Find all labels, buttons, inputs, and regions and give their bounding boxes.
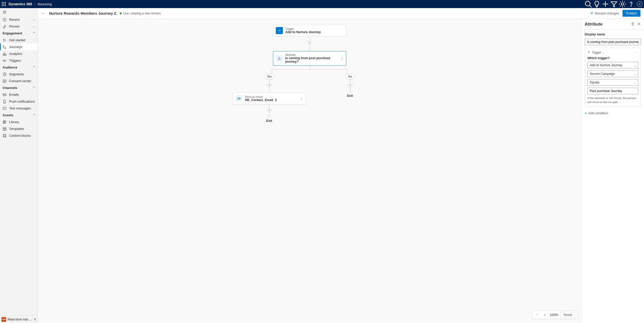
sidebar-item-journeys[interactable]: Journeys [0,43,38,50]
svg-rect-4 [3,4,4,4]
app-launcher-icon[interactable] [2,2,6,6]
module-label[interactable]: Marketing [37,2,52,6]
sidebar-group-assets[interactable]: Assets ⌃ [0,112,38,119]
condition-box: Trigger ⌄ ⋯ Which trigger? Add to Nurtur… [585,48,641,107]
sidebar-item-label: Segments [9,72,24,76]
sidebar-item-consent-center[interactable]: Consent center [0,78,38,84]
sidebar-item-emails[interactable]: Emails [0,91,38,98]
exit-label: Exit [266,119,272,123]
trigger-card[interactable]: Trigger Add to Nurture Journey [273,25,346,36]
clock-icon [3,18,7,22]
add-condition-button[interactable]: + Add condition [585,111,641,115]
which-trigger-label: Which trigger? [587,56,638,60]
group-label: Audience [3,65,17,69]
bolt-icon [587,51,590,54]
card-type: Send an email [245,95,277,98]
svg-rect-35 [3,129,4,130]
branch-yes-label[interactable]: Yes [264,74,275,79]
branch-no-label[interactable]: No [345,74,355,79]
gear-icon[interactable] [619,0,626,8]
divider [35,2,35,6]
mail-icon [235,95,242,102]
delete-icon[interactable] [631,22,635,27]
sidebar-item-label: Triggers [9,59,21,62]
filter-icon[interactable] [610,0,618,8]
updown-icon: ⇅ [34,318,36,321]
publish-button[interactable]: Publish [623,10,640,17]
svg-line-10 [590,6,592,8]
svg-rect-23 [3,54,4,55]
journey-icon [3,45,7,49]
sidebar-item-templates[interactable]: Templates [0,125,38,132]
display-name-input[interactable] [585,39,641,45]
add-step-button[interactable]: + [348,82,353,87]
properties-panel: Attribute Display name Trigger [581,19,644,323]
card-title: Add to Nurture Journey [285,30,321,34]
sidebar-item-sms[interactable]: Text messages [0,105,38,112]
zoom-out-button[interactable]: − [535,312,540,317]
lightbulb-icon[interactable] [593,0,601,8]
blocks-icon [3,134,7,138]
sidebar-item-triggers[interactable]: Triggers [0,57,38,64]
chevron-down-icon[interactable]: ⌄ [603,51,605,54]
help-icon[interactable] [627,0,635,8]
svg-rect-8 [5,5,6,6]
more-icon[interactable]: ⋮ [299,97,304,101]
area-switcher[interactable]: RM Real-time marketi... ⇅ [0,315,38,323]
discard-label: Discard changes [595,11,619,15]
panel-title: Attribute [585,22,603,27]
close-icon: ✕ [590,11,593,15]
brand-label[interactable]: Dynamics 365 [9,2,32,6]
more-icon[interactable]: ⋯ [635,51,638,54]
sidebar-item-get-started[interactable]: Get started [0,37,38,43]
email-card[interactable]: Send an email HK_Contact_Email_3 ⋮ [233,93,306,104]
value-input[interactable] [587,88,638,94]
zoom-in-button[interactable]: + [542,312,547,317]
field-select[interactable]: Source Campaign⌄ [587,71,638,77]
sidebar-group-channels[interactable]: Channels ⌃ [0,84,38,91]
which-trigger-select[interactable]: Add to Nurture Journey⌄ [587,62,638,68]
sidebar-item-label: Content blocks [9,134,31,137]
svg-rect-2 [5,2,6,3]
sidebar-item-push[interactable]: Push notifications [0,98,38,105]
chevron-up-icon: ⌃ [33,113,35,117]
page-title: Nurture Rewards Members Journey 2 [49,11,116,15]
search-icon[interactable] [584,0,592,8]
svg-rect-34 [3,127,6,128]
svg-rect-6 [2,5,3,6]
card-type: Trigger [285,27,321,30]
add-step-button[interactable]: + [267,82,272,87]
add-icon[interactable] [602,0,609,8]
sidebar-group-audience[interactable]: Audience ⌃ [0,64,38,71]
discard-changes-button[interactable]: ✕ Discard changes [590,11,619,15]
svg-rect-7 [3,5,4,6]
svg-point-22 [5,48,6,49]
sidebar-item-label: Library [9,120,19,124]
svg-rect-0 [2,2,3,3]
add-step-button[interactable]: + [307,40,312,45]
svg-rect-27 [3,80,6,82]
svg-point-21 [3,45,4,47]
chevron-down-icon: ⌄ [33,18,35,21]
journey-canvas[interactable]: Trigger Add to Nurture Journey + [38,19,581,323]
hamburger-icon[interactable] [0,8,38,16]
sidebar-item-label: Consent center [9,79,31,83]
svg-point-30 [4,102,5,103]
avatar[interactable]: # [637,1,642,7]
add-step-button[interactable]: + [267,107,272,112]
sidebar-item-analytics[interactable]: Analytics [0,50,38,57]
sidebar-pinned[interactable]: Pinned ⌄ [0,23,38,30]
sidebar-item-content-blocks[interactable]: Content blocks [0,132,38,139]
chevron-up-icon: ⌃ [33,32,35,35]
more-icon[interactable]: ⋮ [339,57,344,60]
sidebar-recent[interactable]: Recent ⌄ [0,16,38,23]
sidebar-group-engagement[interactable]: Engagement ⌃ [0,30,38,37]
status-text: Live, creating a new version [123,12,161,15]
sidebar-item-library[interactable]: Library [0,119,38,125]
back-icon[interactable]: ← [41,11,45,16]
attribute-card[interactable]: Attribute Is coming from post purchase j… [273,51,346,66]
operator-select[interactable]: Equals⌄ [587,79,638,86]
sidebar-item-segments[interactable]: Segments [0,71,38,78]
zoom-reset-button[interactable]: Reset [561,312,575,318]
close-icon[interactable] [637,22,641,27]
